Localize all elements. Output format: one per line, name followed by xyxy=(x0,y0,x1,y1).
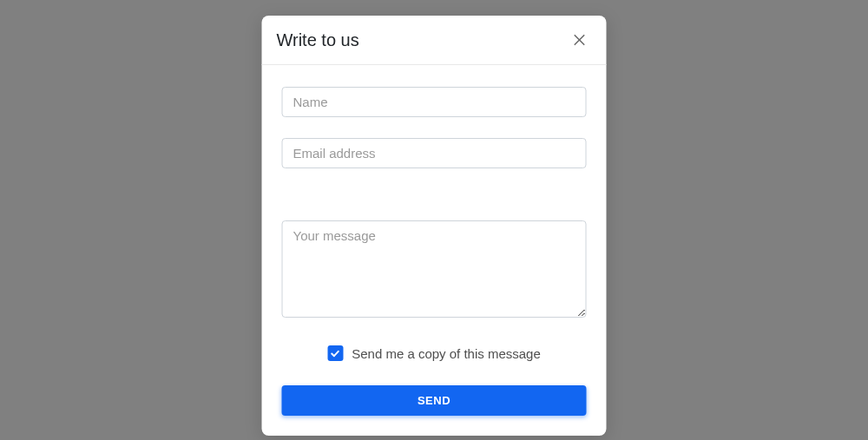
name-input[interactable] xyxy=(282,87,587,117)
contact-modal: Write to us Send me a copy of this messa… xyxy=(262,16,607,436)
modal-title: Write to us xyxy=(277,30,359,50)
message-textarea[interactable] xyxy=(282,220,587,318)
close-button[interactable] xyxy=(568,28,592,52)
modal-header: Write to us xyxy=(262,16,607,65)
copy-checkbox-row: Send me a copy of this message xyxy=(282,345,587,361)
copy-checkbox[interactable] xyxy=(327,345,343,361)
check-icon xyxy=(330,348,341,359)
send-button[interactable]: Send xyxy=(282,385,587,416)
close-icon xyxy=(572,32,588,48)
copy-checkbox-label: Send me a copy of this message xyxy=(352,346,541,361)
email-input[interactable] xyxy=(282,138,587,168)
modal-body: Send me a copy of this message Send xyxy=(262,65,607,436)
